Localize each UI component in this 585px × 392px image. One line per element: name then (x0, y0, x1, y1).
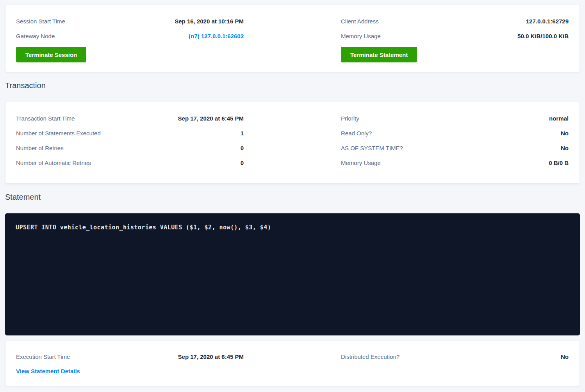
row-value: 50.0 KiB/100.0 KiB (517, 33, 569, 39)
summary-row: Memory Usage0 B/0 B (341, 155, 569, 170)
execution-left-rows: Execution Start TimeSep 17, 2020 at 6:45… (16, 349, 244, 364)
row-value: No (561, 130, 569, 137)
statement-sql-box: UPSERT INTO vehicle_location_histories V… (5, 213, 580, 335)
row-label: Client Address (341, 18, 379, 25)
row-label: Number of Statements Executed (16, 130, 101, 137)
row-label: Read Only? (341, 130, 372, 137)
row-label: AS OF SYSTEM TIME? (341, 145, 403, 151)
row-value: 0 (241, 145, 244, 151)
session-summary-left-column: Session Start TimeSep 16, 2020 at 10:16 … (16, 14, 244, 62)
transaction-left-rows: Transaction Start TimeSep 17, 2020 at 6:… (16, 111, 244, 170)
summary-row: Execution Start TimeSep 17, 2020 at 6:45… (16, 349, 244, 364)
session-details-page: Session Start TimeSep 16, 2020 at 10:16 … (0, 0, 585, 386)
row-label: Session Start Time (16, 18, 65, 25)
row-value: normal (549, 115, 569, 122)
statement-section-title: Statement (5, 193, 580, 202)
row-label: Memory Usage (341, 33, 381, 39)
transaction-right-rows: PrioritynormalRead Only?NoAS OF SYSTEM T… (341, 111, 569, 170)
summary-row: Transaction Start TimeSep 17, 2020 at 6:… (16, 111, 244, 126)
row-label: Gateway Node (16, 33, 55, 39)
session-summary-card: Session Start TimeSep 16, 2020 at 10:16 … (5, 5, 580, 72)
row-value: 127.0.0.1:62729 (526, 18, 569, 25)
row-value: Sep 17, 2020 at 6:45 PM (178, 115, 244, 122)
summary-row: Number of Automatic Retries0 (16, 155, 244, 170)
row-label: Number of Retries (16, 145, 64, 151)
session-summary-right-rows: Client Address127.0.0.1:62729Memory Usag… (341, 14, 569, 43)
row-value: No (561, 145, 569, 151)
summary-row: Read Only?No (341, 126, 569, 140)
summary-row: AS OF SYSTEM TIME?No (341, 140, 569, 155)
row-value: Sep 17, 2020 at 6:45 PM (178, 353, 244, 360)
row-value: 1 (241, 130, 244, 137)
row-label: Memory Usage (341, 160, 381, 166)
row-label: Priority (341, 115, 359, 122)
session-summary-left-rows: Session Start TimeSep 16, 2020 at 10:16 … (16, 14, 244, 43)
row-value: Sep 16, 2020 at 10:16 PM (175, 18, 244, 25)
execution-left-column: Execution Start TimeSep 17, 2020 at 6:45… (16, 349, 244, 379)
row-value: 0 (241, 160, 244, 166)
summary-row: Gateway Node(n7) 127.0.0.1:62602 (16, 28, 244, 43)
row-label: Execution Start Time (16, 353, 70, 360)
row-label: Transaction Start Time (16, 115, 75, 122)
execution-right-rows: Distributed Execution?No (341, 349, 569, 379)
terminate-session-button[interactable]: Terminate Session (16, 47, 86, 62)
summary-row: Number of Retries0 (16, 140, 244, 155)
terminate-statement-button[interactable]: Terminate Statement (341, 47, 417, 62)
view-statement-details-link[interactable]: View Statement Details (16, 364, 80, 379)
summary-row: Client Address127.0.0.1:62729 (341, 14, 569, 28)
row-value: 0 B/0 B (549, 160, 569, 166)
session-summary-right-column: Client Address127.0.0.1:62729Memory Usag… (341, 14, 569, 62)
summary-row: Memory Usage50.0 KiB/100.0 KiB (341, 28, 569, 43)
statement-sql-text: UPSERT INTO vehicle_location_histories V… (16, 224, 569, 231)
row-value: No (561, 353, 569, 360)
transaction-card: Transaction Start TimeSep 17, 2020 at 6:… (5, 102, 580, 184)
row-label: Distributed Execution? (341, 353, 400, 360)
summary-row: Number of Statements Executed1 (16, 126, 244, 140)
summary-row: Distributed Execution?No (341, 349, 569, 364)
gateway-node-link[interactable]: (n7) 127.0.0.1:62602 (189, 33, 244, 39)
summary-row: Prioritynormal (341, 111, 569, 126)
summary-row: Session Start TimeSep 16, 2020 at 10:16 … (16, 14, 244, 28)
row-label: Number of Automatic Retries (16, 160, 91, 166)
transaction-section-title: Transaction (5, 81, 580, 90)
execution-details-card: Execution Start TimeSep 17, 2020 at 6:45… (5, 340, 580, 386)
